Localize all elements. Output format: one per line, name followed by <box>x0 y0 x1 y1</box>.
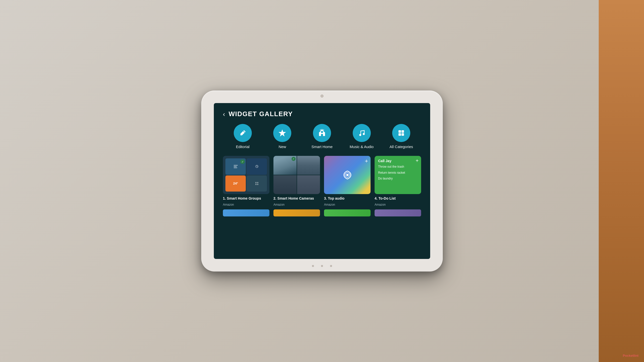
music-icon <box>353 124 371 142</box>
camera-dot <box>320 95 324 98</box>
smart-home-label: Smart Home <box>311 145 333 149</box>
widget-2-thumbnail: ✓ <box>273 156 320 194</box>
svg-rect-14 <box>255 184 257 185</box>
dot-1 <box>312 265 314 267</box>
widget-3-subtitle: Amazon <box>324 203 371 206</box>
dot-3 <box>330 265 332 267</box>
screen-content: ‹ WIDGET GALLERY Editorial <box>214 103 430 259</box>
editorial-label: Editorial <box>236 145 250 149</box>
cam-cell-1: ✓ <box>273 156 297 175</box>
header: ‹ WIDGET GALLERY <box>223 110 421 118</box>
category-smart-home[interactable]: Smart Home <box>306 124 338 149</box>
svg-rect-6 <box>398 133 401 136</box>
widget-4-thumbnail: Call Jay + Throw out the trash Return te… <box>375 156 421 194</box>
category-all[interactable]: All Categories <box>385 124 418 149</box>
all-categories-icon <box>392 124 410 142</box>
widget-1[interactable]: ✓ <box>223 156 269 206</box>
watermark-prefix: Pocket <box>623 354 634 357</box>
music-audio-label: Music & Audio <box>350 145 374 149</box>
cam-cell-4 <box>297 175 320 194</box>
screen: ‹ WIDGET GALLERY Editorial <box>214 103 430 259</box>
svg-rect-15 <box>257 184 258 185</box>
widget-3[interactable]: + 3. Top audio Amazon <box>324 156 371 206</box>
device-frame: ‹ WIDGET GALLERY Editorial <box>201 90 443 272</box>
widget-4-subtitle: Amazon <box>375 203 421 206</box>
widget-3-thumbnail: + <box>324 156 371 194</box>
category-new[interactable]: New <box>266 124 299 149</box>
svg-rect-13 <box>257 182 258 183</box>
widget-3-add[interactable]: + <box>365 158 368 164</box>
back-button[interactable]: ‹ <box>223 111 225 117</box>
watermark-suffix: lint <box>634 354 639 357</box>
bottom-preview-1 <box>223 209 269 216</box>
widget-3-title: 3. Top audio <box>324 196 371 201</box>
svg-rect-4 <box>398 130 401 133</box>
widgets-row: ✓ <box>223 156 421 206</box>
widgets-row-bottom <box>223 209 421 216</box>
bottom-preview-3 <box>324 209 371 216</box>
temp-display: 24° <box>233 182 238 185</box>
todo-header: Call Jay <box>378 159 418 163</box>
categories-row: Editorial New <box>223 124 421 149</box>
svg-rect-5 <box>401 130 404 133</box>
widget-2[interactable]: ✓ 2. Smart Home Cameras Amazon <box>273 156 320 206</box>
page-title: WIDGET GALLERY <box>229 110 293 118</box>
widget-2-subtitle: Amazon <box>273 203 320 206</box>
w1-cell-3: 24° <box>225 175 246 192</box>
all-categories-label: All Categories <box>389 145 413 149</box>
widget-1-title: 1. Smart Home Groups <box>223 196 269 201</box>
bottom-preview-4 <box>375 209 421 216</box>
new-label: New <box>278 145 286 149</box>
dot-2 <box>321 265 323 267</box>
w1-cell-2 <box>247 158 267 175</box>
watermark: Pocketlint <box>623 354 638 357</box>
svg-rect-12 <box>255 182 257 183</box>
bottom-indicator-dots <box>312 265 332 267</box>
new-icon <box>273 124 291 142</box>
svg-point-16 <box>346 174 348 176</box>
w1-cell-1: ✓ <box>225 158 246 175</box>
widget-2-title: 2. Smart Home Cameras <box>273 196 320 201</box>
widget-1-subtitle: Amazon <box>223 203 269 206</box>
svg-rect-8 <box>234 165 238 166</box>
svg-point-2 <box>359 134 361 136</box>
svg-point-3 <box>363 133 365 135</box>
w1-cell-4 <box>247 175 267 192</box>
cam-cell-2 <box>297 156 320 175</box>
svg-rect-7 <box>401 133 404 136</box>
todo-item-2: Return tennis racket <box>378 171 418 175</box>
editorial-icon <box>234 124 252 142</box>
checkmark-1: ✓ <box>240 159 245 164</box>
widget-4[interactable]: Call Jay + Throw out the trash Return te… <box>375 156 421 206</box>
bottom-preview-2 <box>273 209 320 216</box>
wood-accent <box>599 0 644 362</box>
todo-add-btn[interactable]: + <box>416 158 419 164</box>
category-music-audio[interactable]: Music & Audio <box>345 124 378 149</box>
smart-home-icon <box>313 124 331 142</box>
cam-cell-3 <box>273 175 297 194</box>
todo-item-1: Throw out the trash <box>378 165 418 169</box>
svg-rect-9 <box>234 166 237 167</box>
svg-point-1 <box>321 131 323 133</box>
cam-checkmark-1: ✓ <box>292 157 296 161</box>
widget-1-thumbnail: ✓ <box>223 156 269 194</box>
category-editorial[interactable]: Editorial <box>226 124 259 149</box>
svg-rect-10 <box>234 167 237 168</box>
svg-marker-0 <box>278 129 286 137</box>
todo-item-3: Do laundry <box>378 177 418 181</box>
widget-4-title: 4. To-Do List <box>375 196 421 201</box>
